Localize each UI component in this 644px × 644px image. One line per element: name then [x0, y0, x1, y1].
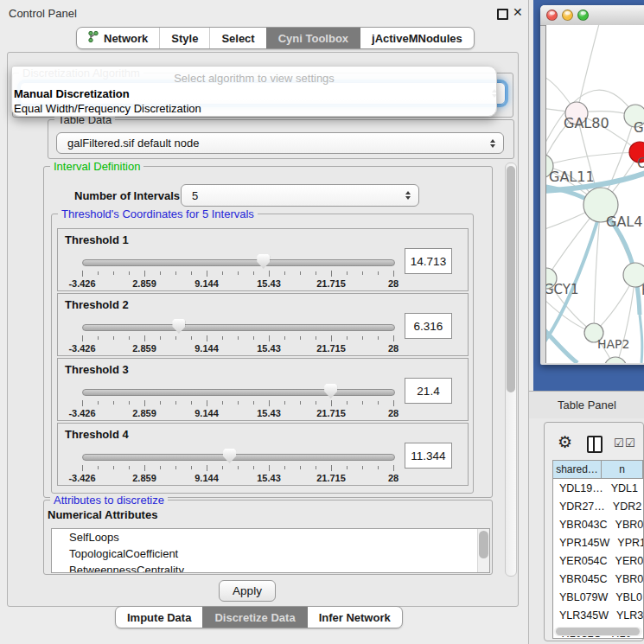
table-cell[interactable]: YPR145W: [553, 533, 609, 552]
attribute-item[interactable]: SelfLoops: [52, 529, 489, 545]
scale-label: 28: [388, 408, 399, 418]
slider-thumb[interactable]: [223, 449, 236, 463]
close-panel-icon[interactable]: ✕: [513, 5, 523, 19]
table-row[interactable]: YBR045CYBR0: [553, 570, 643, 588]
column-header[interactable]: n: [602, 461, 643, 479]
threshold-value-field[interactable]: 6.316: [405, 313, 452, 339]
table-cell[interactable]: YBR0: [608, 570, 644, 588]
algorithm-option[interactable]: Equal Width/Frequency Discretization: [12, 101, 496, 116]
scale-label: 21.715: [316, 278, 346, 289]
table-row[interactable]: YDL19…YDL1: [553, 479, 643, 497]
tick-mark: [222, 401, 223, 405]
network-canvas[interactable]: GAL80GCGAL11GAL4GCY1HHAP2: [545, 25, 644, 363]
gear-icon[interactable]: ⚙: [558, 434, 572, 450]
number-of-intervals-select[interactable]: 5: [181, 184, 419, 207]
scrollbar-thumb[interactable]: [479, 531, 488, 558]
slider-thumb[interactable]: [172, 319, 185, 334]
scale-label: 2.859: [132, 408, 156, 418]
threshold-slider[interactable]: -3.4262.8599.14415.4321.71528: [80, 446, 396, 484]
slider-thumb[interactable]: [324, 384, 337, 399]
table-cell[interactable]: YBR043C: [553, 515, 608, 533]
tick-mark: [222, 271, 223, 275]
table-cell[interactable]: YPR1: [609, 533, 644, 552]
zoom-button[interactable]: [577, 10, 589, 21]
threshold-slider[interactable]: -3.4262.8599.14415.4321.71528: [80, 316, 396, 354]
table-row[interactable]: YPR145WYPR1: [553, 533, 643, 552]
scale-label: 15.43: [257, 278, 281, 289]
tab-select[interactable]: Select: [209, 28, 265, 48]
threshold-value-field[interactable]: 21.4: [405, 378, 452, 404]
table-cell[interactable]: YBL079W: [553, 588, 608, 606]
threshold-value-field[interactable]: 11.344: [405, 443, 452, 469]
tick-mark: [175, 271, 176, 275]
node-label: C: [637, 156, 644, 171]
table-data-select[interactable]: galFiltered.sif default node: [56, 132, 504, 154]
tab-infer-network[interactable]: Infer Network: [307, 607, 402, 628]
node-label: HAP2: [597, 337, 629, 351]
tick-mark: [331, 465, 332, 471]
table-cell[interactable]: YLR345W: [553, 606, 609, 624]
tab-style[interactable]: Style: [159, 28, 209, 48]
checkbox-icon[interactable]: ☑: [625, 437, 635, 449]
table-horizontal-scrollbar[interactable]: [554, 627, 642, 636]
attribute-item[interactable]: BetweennessCentrality: [52, 562, 489, 573]
minimize-button[interactable]: [562, 10, 573, 21]
threshold-label: Threshold 4: [65, 428, 129, 441]
table-cell[interactable]: YDR2: [605, 497, 643, 515]
table-row[interactable]: YER054CYER0: [553, 552, 643, 570]
tick-mark: [253, 466, 254, 469]
column-split-icon[interactable]: [587, 436, 603, 453]
attribute-item[interactable]: TopologicalCoefficient: [52, 545, 489, 562]
slider-track[interactable]: [82, 259, 395, 266]
table-cell[interactable]: YDL19…: [553, 479, 603, 497]
apply-button[interactable]: Apply: [219, 580, 276, 602]
attributes-scrollbar[interactable]: [477, 529, 489, 572]
tab-impute-data[interactable]: Impute Data: [116, 607, 202, 628]
threshold-value-field[interactable]: 14.713: [405, 248, 452, 274]
table-cell[interactable]: YER0: [608, 552, 644, 570]
table-row[interactable]: YLR345WYLR3: [553, 606, 643, 624]
table-row[interactable]: YDR27…YDR2: [553, 497, 643, 515]
tick-mark: [362, 271, 363, 275]
network-node[interactable]: [604, 357, 627, 363]
tab-discretize-data[interactable]: Discretize Data: [202, 607, 306, 628]
scrollbar-thumb[interactable]: [507, 166, 515, 392]
close-button[interactable]: [546, 10, 558, 21]
table-row[interactable]: YBL079WYBL0: [553, 588, 643, 606]
table-cell[interactable]: YBR0: [608, 515, 644, 533]
scrollbar-thumb[interactable]: [556, 628, 640, 635]
tick-mark: [347, 401, 348, 405]
table-cell[interactable]: YLR3: [609, 606, 643, 624]
table-cell[interactable]: YBL0: [608, 588, 643, 606]
slider-thumb[interactable]: [257, 254, 270, 269]
tick-mark: [393, 465, 394, 471]
vertical-scrollbar[interactable]: [505, 163, 517, 577]
slider-track[interactable]: [82, 389, 395, 396]
algorithm-option[interactable]: Manual Discretization: [12, 86, 496, 101]
checkbox-icon[interactable]: ☑: [614, 437, 624, 449]
slider-track[interactable]: [82, 324, 395, 331]
table-cell[interactable]: YDL1: [603, 479, 643, 497]
tick-mark: [300, 401, 301, 405]
tab-jactivemnodules[interactable]: jActiveMNodules: [360, 28, 474, 48]
table-cell[interactable]: YER054C: [553, 552, 608, 570]
column-header[interactable]: shared…: [553, 461, 602, 479]
scale-label: 9.144: [194, 278, 219, 289]
float-panel-icon[interactable]: [497, 9, 508, 20]
scale-label: -3.426: [68, 408, 95, 418]
tab-network[interactable]: Network: [77, 28, 159, 48]
slider-track[interactable]: [82, 454, 395, 461]
tick-mark: [316, 466, 316, 469]
tick-mark: [393, 400, 394, 406]
scale-label: 9.144: [194, 473, 219, 483]
node-attribute-table[interactable]: shared…n YDL19…YDL1YDR27…YDR2YBR043CYBR0…: [552, 460, 644, 639]
threshold-slider[interactable]: -3.4262.8599.14415.4321.71528: [80, 381, 396, 419]
table-header-row: shared…n: [553, 461, 643, 479]
numerical-attributes-list[interactable]: SelfLoopsTopologicalCoefficientBetweenne…: [51, 528, 490, 573]
table-cell[interactable]: YBR045C: [553, 570, 608, 588]
table-cell[interactable]: YDR27…: [553, 497, 605, 515]
tab-cyni-toolbox[interactable]: Cyni Toolbox: [266, 28, 360, 48]
table-row[interactable]: YBR043CYBR0: [553, 515, 643, 533]
threshold-slider[interactable]: -3.4262.8599.14415.4321.71528: [80, 252, 396, 290]
tick-mark: [82, 271, 83, 277]
